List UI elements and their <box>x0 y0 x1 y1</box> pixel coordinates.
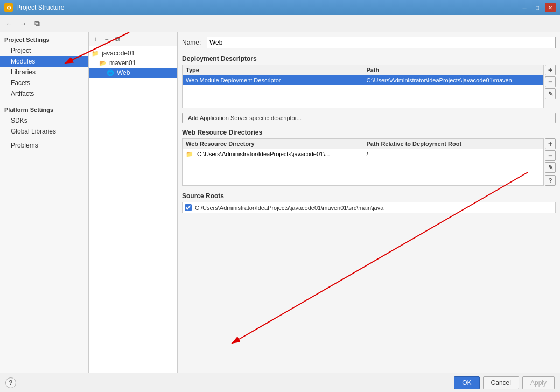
sidebar-item-problems[interactable]: Problems <box>0 140 88 151</box>
window-controls: ─ □ ✕ <box>519 3 556 12</box>
tree-label-maven01: maven01 <box>109 59 136 67</box>
wrd-row-directory: 📁 C:\Users\Administrator\IdeaProjects\ja… <box>183 149 363 159</box>
tree-remove-button[interactable]: − <box>102 34 111 44</box>
wrd-remove-button[interactable]: − <box>545 150 556 161</box>
tree-label-web: Web <box>117 69 130 76</box>
dd-edit-button[interactable]: ✎ <box>545 88 556 99</box>
forward-button[interactable]: → <box>17 18 29 30</box>
deployment-descriptors-section: Type Path Web Module Deployment Descript… <box>182 65 556 108</box>
content-area: Project Settings Project Modules Librari… <box>0 32 560 373</box>
sidebar-item-sdks[interactable]: SDKs <box>0 115 88 126</box>
folder-icon-maven01: 📂 <box>99 59 107 67</box>
source-roots-label: Source Roots <box>182 192 556 200</box>
web-resource-directories-label: Web Resource Directories <box>182 129 556 136</box>
tree-item-javacode01[interactable]: 📁 javacode01 <box>89 48 177 58</box>
bottom-bar: ? OK Cancel Apply <box>0 373 560 392</box>
wrd-edit-button[interactable]: ✎ <box>545 162 556 173</box>
dd-table-row[interactable]: Web Module Deployment Descriptor C:\User… <box>183 75 543 85</box>
sidebar-item-project[interactable]: Project <box>0 45 88 56</box>
tree-copy-button[interactable]: ⧉ <box>113 34 122 44</box>
dd-row-type: Web Module Deployment Descriptor <box>183 75 363 85</box>
wrd-table: Web Resource Directory Path Relative to … <box>182 138 544 186</box>
globe-icon-web: 🌐 <box>106 69 115 76</box>
cancel-button[interactable]: Cancel <box>483 376 519 389</box>
platform-settings-header: Platform Settings <box>0 102 88 115</box>
sidebar-item-libraries[interactable]: Libraries <box>0 67 88 78</box>
ok-button[interactable]: OK <box>454 376 479 389</box>
source-roots-section: Source Roots C:\Users\Administrator\Idea… <box>182 192 556 213</box>
dd-remove-button[interactable]: − <box>545 76 556 87</box>
dd-col-path: Path <box>363 65 544 75</box>
sidebar-item-artifacts[interactable]: Artifacts <box>0 88 88 99</box>
wrd-table-row[interactable]: 📁 C:\Users\Administrator\IdeaProjects\ja… <box>183 149 543 159</box>
help-button[interactable]: ? <box>5 377 16 388</box>
window-title: Project Structure <box>16 4 519 11</box>
wrd-row-path: / <box>363 149 544 159</box>
toolbar: ← → ⧉ <box>0 15 560 32</box>
source-root-checkbox[interactable] <box>185 204 192 211</box>
dd-row-path: C:\Users\Administrator\IdeaProjects\java… <box>363 75 544 85</box>
tree-item-web[interactable]: 🌐 Web <box>89 68 177 78</box>
add-descriptor-label: Add Application Server specific descript… <box>188 115 302 121</box>
deployment-descriptors-table: Type Path Web Module Deployment Descript… <box>182 65 544 108</box>
back-button[interactable]: ← <box>3 18 15 30</box>
sidebar-item-modules[interactable]: Modules <box>0 56 88 67</box>
tree-add-button[interactable]: + <box>91 34 101 44</box>
tree-toolbar: + − ⧉ <box>89 32 177 46</box>
wrd-add-button[interactable]: + <box>545 138 556 149</box>
maximize-button[interactable]: □ <box>532 3 543 12</box>
right-panel: Name: Deployment Descriptors Type Path W… <box>178 32 560 373</box>
close-button[interactable]: ✕ <box>545 3 556 12</box>
copy-button[interactable]: ⧉ <box>31 18 43 30</box>
dd-table-body: Web Module Deployment Descriptor C:\User… <box>183 75 543 108</box>
tree-item-maven01[interactable]: 📂 maven01 <box>89 58 177 68</box>
title-bar: ⚙ Project Structure ─ □ ✕ <box>0 0 560 15</box>
dd-side-buttons: + − ✎ <box>544 65 556 108</box>
wrd-side-buttons: + − ✎ ? <box>544 138 556 186</box>
sidebar: Project Settings Project Modules Librari… <box>0 32 89 373</box>
wrd-table-header: Web Resource Directory Path Relative to … <box>183 139 543 149</box>
add-descriptor-button[interactable]: Add Application Server specific descript… <box>182 113 556 123</box>
wrd-col-path: Path Relative to Deployment Root <box>363 139 544 149</box>
main-container: ← → ⧉ Project Settings Project Modules L… <box>0 15 560 392</box>
dd-add-button[interactable]: + <box>545 65 556 75</box>
source-root-item: C:\Users\Administrator\IdeaProjects\java… <box>182 202 556 213</box>
wrd-table-body: 📁 C:\Users\Administrator\IdeaProjects\ja… <box>183 149 543 181</box>
name-input[interactable] <box>207 37 556 48</box>
folder-icon-javacode01: 📁 <box>91 50 100 57</box>
dd-table-header: Type Path <box>183 65 543 75</box>
project-settings-header: Project Settings <box>0 32 88 45</box>
wrd-help-button[interactable]: ? <box>545 175 556 186</box>
sidebar-item-facets[interactable]: Facets <box>0 78 88 88</box>
dd-col-type: Type <box>183 65 363 75</box>
minimize-button[interactable]: ─ <box>519 3 530 12</box>
app-icon: ⚙ <box>4 3 13 12</box>
wrd-col-directory: Web Resource Directory <box>183 139 363 149</box>
source-root-path: C:\Users\Administrator\IdeaProjects\java… <box>195 205 383 211</box>
sidebar-item-global-libraries[interactable]: Global Libraries <box>0 126 88 137</box>
name-label: Name: <box>182 39 204 46</box>
deployment-descriptors-label: Deployment Descriptors <box>182 55 556 62</box>
apply-button[interactable]: Apply <box>522 376 555 389</box>
tree-label-javacode01: javacode01 <box>102 50 135 57</box>
tree-content: 📁 javacode01 📂 maven01 🌐 Web <box>89 46 177 373</box>
web-resource-directories-section: Web Resource Directory Path Relative to … <box>182 138 556 186</box>
tree-panel: + − ⧉ 📁 javacode01 📂 maven01 <box>89 32 178 373</box>
name-row: Name: <box>182 37 556 48</box>
wrd-folder-icon: 📁 <box>186 151 193 157</box>
